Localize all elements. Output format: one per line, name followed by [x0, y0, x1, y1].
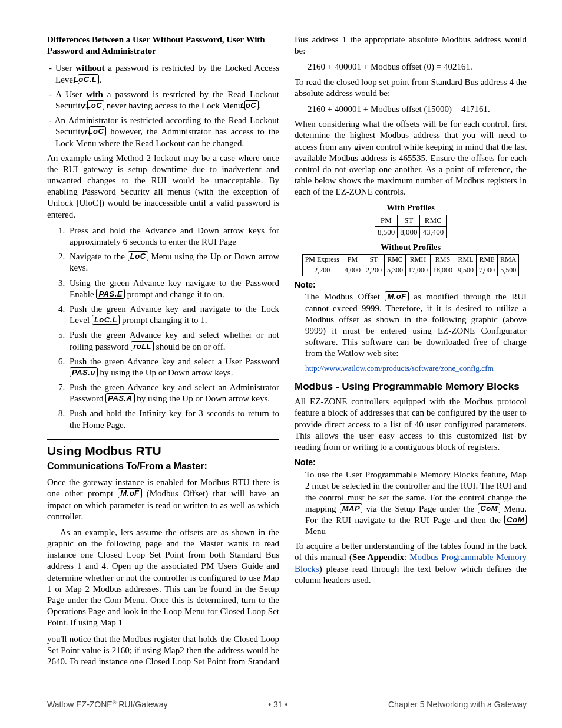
t: - A User [49, 90, 86, 99]
seg-roll: roLL [131, 341, 154, 351]
t: - User [49, 63, 75, 73]
pmb-para: All EZ-ZONE controllers equipped with th… [295, 396, 527, 453]
col-header: RME [477, 254, 498, 265]
comm-heading: Communications To/From a Master: [47, 460, 279, 472]
caption-with-profiles: With Profiles [295, 202, 527, 213]
caption-without-profiles: Without Profiles [295, 242, 527, 253]
divider [47, 439, 279, 440]
footer-left: Watlow EZ-ZONE® RUI/Gateway [47, 700, 168, 710]
t: : [404, 552, 409, 562]
t: ) please read through the text below whi… [295, 564, 527, 585]
seg-pasu: PAS.u [70, 367, 98, 377]
t: The Modbus Offset [305, 292, 385, 301]
rtu-para-1: Once the gateway instance is enabled for… [47, 477, 279, 522]
t: with [86, 90, 103, 99]
col-header: ST [398, 215, 420, 226]
formula-1: 2160 + 400001 + Modbus offset (0) = 4021… [308, 61, 527, 73]
right-p3: When considering what the offsets will b… [295, 118, 527, 197]
seg-loc: LoC [244, 100, 259, 110]
note-1: The Modbus Offset M.oF as modified throu… [305, 291, 527, 359]
seg-locl: LoC.L [78, 74, 99, 84]
formula-2: 2160 + 400001 + Modbus offset (15000) = … [308, 104, 527, 115]
diff-heading: Differences Between a User Without Passw… [47, 34, 279, 57]
cell: 8,500 [375, 226, 397, 238]
cell: 2,200 [363, 265, 385, 276]
cell: 4,000 [342, 265, 363, 276]
step-item: Push the green Advance key and select an… [67, 382, 279, 404]
seg-loc: LoC [128, 251, 148, 261]
t: . [259, 101, 261, 110]
cell: 7,000 [477, 265, 498, 276]
step-item: Push and hold the Infinity key for 3 sec… [67, 408, 279, 430]
cell: 43,400 [420, 226, 447, 238]
t: See Appendix [352, 552, 404, 562]
t: never having access to the Lock Menu [104, 101, 244, 110]
t: without [75, 63, 104, 73]
cell: 5,300 [385, 265, 406, 276]
rtu-para-2: As an example, lets assume the offsets a… [47, 527, 279, 629]
bullet-1: - User without a password is restricted … [47, 62, 279, 85]
table-with-profiles: PMSTRMC8,5008,00043,400 [375, 215, 447, 238]
seg-pasa: PAS.A [105, 393, 134, 403]
seg-pase: PAS.E [96, 289, 125, 299]
cell: 8,000 [398, 226, 420, 238]
t: via the Setup Page under the [362, 504, 478, 513]
col-header: RMH [406, 254, 431, 265]
step-item: Push the green Advance key and navigate … [67, 304, 279, 326]
bullet-3: - An Administrator is restricted accordi… [47, 115, 279, 149]
cell: 18,000 [431, 265, 455, 276]
cell: 5,500 [498, 265, 519, 276]
pmb-heading: Modbus - Using Programmable Memory Block… [295, 380, 527, 393]
example-para: An example using Method 2 lockout may be… [47, 153, 279, 220]
t: Menu [305, 526, 326, 536]
footer-right: Chapter 5 Networking with a Gateway [388, 700, 527, 710]
t: RUI/Gateway [116, 700, 167, 709]
seg-com: CoM [478, 503, 500, 513]
seg-mof2: M.oF [385, 291, 408, 301]
t: as modified through the RUI cannot excee… [305, 292, 527, 358]
page-footer: Watlow EZ-ZONE® RUI/Gateway • 31 • Chapt… [47, 696, 527, 710]
cell: 2,200 [302, 265, 342, 276]
cell: 17,000 [406, 265, 431, 276]
cell: 9,500 [455, 265, 477, 276]
t: Watlow EZ-ZONE [47, 700, 113, 709]
note-2: To use the User Programmable Memory Bloc… [305, 469, 527, 537]
bullet-2: - A User with a password is restricted b… [47, 89, 279, 111]
watlow-link[interactable]: http://www.watlow.com/products/software/… [305, 364, 494, 373]
t: . [99, 75, 101, 84]
col-header: ST [363, 254, 385, 265]
right-p2: To read the closed loop set point from S… [295, 77, 527, 99]
col-header: PM [375, 215, 397, 226]
col-header: RMS [431, 254, 455, 265]
col-header: RMC [420, 215, 447, 226]
seg-com2: CoM [504, 515, 527, 525]
step-item: Press and hold the Advance and Down arro… [67, 225, 279, 248]
seg-mof: M.oF [118, 488, 141, 498]
steps-list: Press and hold the Advance and Down arro… [47, 225, 279, 431]
step-item: Push the green Advance key and select a … [67, 356, 279, 378]
footer-page: • 31 • [268, 700, 287, 710]
seg-rloc2: rLoC [89, 126, 106, 136]
seg-rloc: rLoC [87, 100, 104, 110]
note-label-1: Note: [295, 280, 527, 291]
col-header: RMA [498, 254, 519, 265]
page-body: Differences Between a User Without Passw… [0, 0, 562, 687]
modbus-rtu-heading: Using Modbus RTU [47, 443, 279, 459]
last-para: To acquire a better understanding of the… [295, 541, 527, 586]
step-item: Navigate to the LoC Menu using the Up or… [67, 251, 279, 274]
seg-locl: LoC.L [92, 315, 120, 325]
col-header: RMC [385, 254, 406, 265]
step-item: Using the green Advance key navigate to … [67, 278, 279, 300]
note-label-2: Note: [295, 457, 527, 468]
col-header: RML [455, 254, 477, 265]
col-header: PM [342, 254, 363, 265]
step-item: Push the green Advance key and select wh… [67, 330, 279, 352]
table-without-profiles: PM ExpressPMSTRMCRMHRMSRMLRMERMA2,2004,0… [302, 254, 520, 276]
note-1-link: http://www.watlow.com/products/software/… [305, 363, 527, 373]
col-header: PM Express [302, 254, 342, 265]
seg-map: MAP [340, 503, 362, 513]
